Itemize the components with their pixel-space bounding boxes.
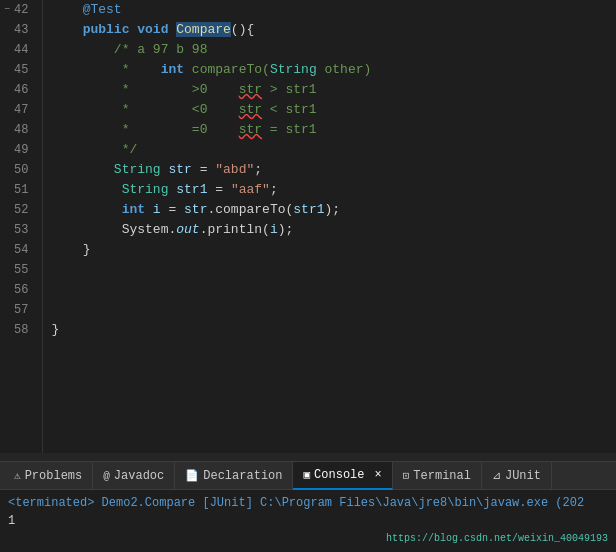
- code-segment: =: [207, 182, 230, 197]
- code-segment: = str1: [262, 122, 317, 137]
- code-line[interactable]: }: [43, 240, 616, 260]
- code-line[interactable]: public void Compare(){: [43, 20, 616, 40]
- line-number: 54: [4, 240, 34, 260]
- console-url-line: https://blog.csdn.net/weixin_40049193: [8, 530, 608, 548]
- javadoc-icon: @: [103, 470, 110, 482]
- code-segment: compareTo(: [184, 62, 270, 77]
- code-segment: ;: [254, 162, 262, 177]
- bottom-panel: ⚠Problems@Javadoc📄Declaration▣Console×⊡T…: [0, 461, 616, 552]
- code-segment: * <0: [51, 102, 238, 117]
- code-line[interactable]: String str1 = "aaf";: [43, 180, 616, 200]
- line-numbers: −4243444546474849505152535455565758: [0, 0, 43, 453]
- line-number: 43: [4, 20, 34, 40]
- declaration-icon: 📄: [185, 469, 199, 482]
- code-segment: > str1: [262, 82, 317, 97]
- code-line[interactable]: * =0 str = str1: [43, 120, 616, 140]
- code-segment: */: [51, 142, 137, 157]
- terminal-label: Terminal: [413, 469, 471, 483]
- tab-console[interactable]: ▣Console×: [293, 462, 392, 490]
- code-line[interactable]: int i = str.compareTo(str1);: [43, 200, 616, 220]
- line-number: 48: [4, 120, 34, 140]
- code-segment: String: [270, 62, 317, 77]
- code-segment: );: [278, 222, 294, 237]
- line-number: 57: [4, 300, 34, 320]
- code-line[interactable]: /* a 97 b 98: [43, 40, 616, 60]
- code-segment: (){: [231, 22, 254, 37]
- line-number: 49: [4, 140, 34, 160]
- console-icon: ▣: [303, 468, 310, 481]
- tab-problems[interactable]: ⚠Problems: [4, 462, 93, 490]
- junit-icon: ⊿: [492, 469, 501, 482]
- junit-label: JUnit: [505, 469, 541, 483]
- code-segment: *: [51, 62, 160, 77]
- tabs-bar: ⚠Problems@Javadoc📄Declaration▣Console×⊡T…: [0, 462, 616, 490]
- editor-area: −4243444546474849505152535455565758 @Tes…: [0, 0, 616, 461]
- code-segment: * =0: [51, 122, 238, 137]
- fold-icon[interactable]: −: [4, 0, 10, 20]
- code-line[interactable]: String str = "abd";: [43, 160, 616, 180]
- line-number: 51: [4, 180, 34, 200]
- tab-terminal[interactable]: ⊡Terminal: [393, 462, 482, 490]
- code-lines[interactable]: @Test public void Compare(){ /* a 97 b 9…: [43, 0, 616, 453]
- console-output-line: 1: [8, 512, 608, 530]
- code-segment: System.: [51, 222, 176, 237]
- code-line[interactable]: System.out.println(i);: [43, 220, 616, 240]
- code-segment: "abd": [215, 162, 254, 177]
- line-number: 52: [4, 200, 34, 220]
- line-number: −42: [4, 0, 34, 20]
- code-line[interactable]: @Test: [43, 0, 616, 20]
- code-segment: Compare: [176, 22, 231, 37]
- code-segment: < str1: [262, 102, 317, 117]
- code-segment: /* a 97 b 98: [51, 42, 207, 57]
- code-segment: i: [270, 222, 278, 237]
- line-number: 45: [4, 60, 34, 80]
- code-line[interactable]: * <0 str < str1: [43, 100, 616, 120]
- code-segment: str: [184, 202, 207, 217]
- close-tab-button[interactable]: ×: [375, 468, 382, 482]
- code-segment: str1: [176, 182, 207, 197]
- code-line[interactable]: [43, 260, 616, 280]
- code-line[interactable]: * >0 str > str1: [43, 80, 616, 100]
- code-line[interactable]: [43, 300, 616, 320]
- line-number: 50: [4, 160, 34, 180]
- code-segment: .compareTo(: [207, 202, 293, 217]
- console-content: <terminated> Demo2.Compare [JUnit] C:\Pr…: [0, 490, 616, 552]
- tab-junit[interactable]: ⊿JUnit: [482, 462, 552, 490]
- code-segment: }: [51, 322, 59, 337]
- code-segment: );: [325, 202, 341, 217]
- line-number: 58: [4, 320, 34, 340]
- console-label: Console: [314, 468, 364, 482]
- code-line[interactable]: */: [43, 140, 616, 160]
- code-segment: str: [168, 162, 191, 177]
- code-line[interactable]: [43, 280, 616, 300]
- code-line[interactable]: * int compareTo(String other): [43, 60, 616, 80]
- code-segment: public void: [51, 22, 176, 37]
- code-segment: @Test: [51, 2, 121, 17]
- code-container: −4243444546474849505152535455565758 @Tes…: [0, 0, 616, 453]
- code-segment: * >0: [51, 82, 238, 97]
- code-segment: int: [161, 62, 184, 77]
- code-segment: str: [239, 82, 262, 97]
- code-segment: =: [192, 162, 215, 177]
- code-segment: }: [51, 242, 90, 257]
- code-segment: String: [51, 182, 176, 197]
- code-line[interactable]: }: [43, 320, 616, 340]
- code-segment: String: [51, 162, 168, 177]
- line-number: 53: [4, 220, 34, 240]
- javadoc-label: Javadoc: [114, 469, 164, 483]
- problems-label: Problems: [25, 469, 83, 483]
- console-terminated-line: <terminated> Demo2.Compare [JUnit] C:\Pr…: [8, 494, 608, 512]
- line-number: 47: [4, 100, 34, 120]
- code-segment: int: [51, 202, 152, 217]
- tab-declaration[interactable]: 📄Declaration: [175, 462, 293, 490]
- line-number: 56: [4, 280, 34, 300]
- code-segment: other): [317, 62, 372, 77]
- terminal-icon: ⊡: [403, 469, 410, 482]
- tab-javadoc[interactable]: @Javadoc: [93, 462, 175, 490]
- code-segment: str: [239, 102, 262, 117]
- code-segment: ;: [270, 182, 278, 197]
- code-segment: out: [176, 222, 199, 237]
- line-number: 46: [4, 80, 34, 100]
- code-segment: =: [161, 202, 184, 217]
- horizontal-scrollbar[interactable]: [0, 453, 616, 461]
